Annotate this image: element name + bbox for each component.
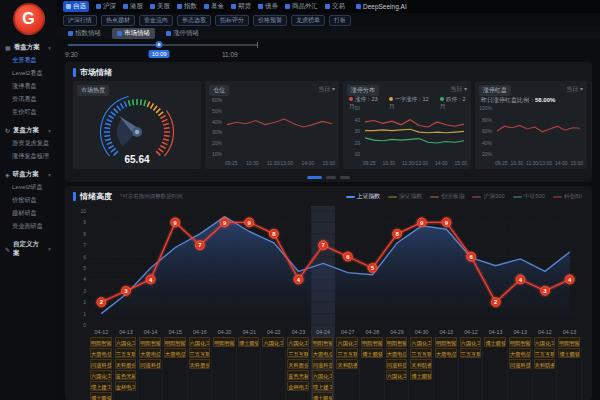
stock-cell[interactable]: 六国化工 <box>262 337 284 347</box>
sidebar-item-游资龙虎复盘[interactable]: 游资龙虎复盘 <box>0 137 57 150</box>
stock-cell[interactable]: 六国化工 <box>386 370 408 380</box>
time-slider[interactable] <box>68 44 258 46</box>
stock-cell[interactable]: 大唐电信 <box>435 348 457 358</box>
stock-cell[interactable]: 明阳智能 <box>509 337 531 347</box>
card-limit-distribution[interactable]: 涨停分布 当日 ▾ 涨停：23只一字涨停：12只跌停：2只 5040302010… <box>343 81 471 169</box>
sidebar-group-header[interactable]: ▦看盘方案▼ <box>0 41 57 54</box>
stock-cell[interactable]: 金杯电工 <box>287 381 309 391</box>
stock-cell[interactable]: 天科股份 <box>287 359 309 369</box>
stock-cell[interactable]: 问道科技 <box>312 359 334 369</box>
stock-cell[interactable]: 问道科技 <box>386 359 408 369</box>
legend-item-科创50[interactable]: 科创50 <box>553 192 582 201</box>
sidebar-item-涨停复盘梳理[interactable]: 涨停复盘梳理 <box>0 150 57 163</box>
stock-cell[interactable]: 明阳智能 <box>90 337 112 347</box>
card-red-rate[interactable]: 涨停红盘 当日 ▾ 昨日涨停红盘比例：58.00% 100%80%60%40%2… <box>475 81 587 169</box>
stock-cell[interactable]: 问道科技 <box>509 359 531 369</box>
toolbar-button[interactable]: 沪深行情 <box>63 15 97 26</box>
topbar-item[interactable]: 交易 <box>325 2 345 11</box>
card-market-heat[interactable]: 市场热度 65.64 <box>73 81 201 169</box>
stock-cell[interactable]: 明阳智能 <box>312 337 334 347</box>
legend-item-深证指数[interactable]: 深证指数 <box>388 192 422 201</box>
sidebar-group-header[interactable]: ↻复盘方案▼ <box>0 124 57 137</box>
stock-cell[interactable]: 大唐电信 <box>312 348 334 358</box>
stock-cell[interactable]: 明阳智能 <box>213 337 235 347</box>
stock-cell[interactable]: 三五互联 <box>336 348 358 358</box>
toolbar-button[interactable]: 龙虎榜单 <box>291 15 325 26</box>
stock-cell[interactable]: 明阳智能 <box>558 337 580 347</box>
stock-cell[interactable]: 博士眼镜 <box>90 392 112 400</box>
stock-cell[interactable]: 明阳智能 <box>164 337 186 347</box>
card-partial[interactable]: 情绪 120906030 <box>591 81 592 169</box>
stock-cell[interactable]: 理上建工 <box>90 381 112 391</box>
legend-item-创业板指[interactable]: 创业板指 <box>430 192 464 201</box>
stock-cell[interactable]: 六国化工 <box>90 370 112 380</box>
sidebar-item-Level2研盘[interactable]: Level2研盘 <box>0 181 57 194</box>
carousel-dots[interactable] <box>65 176 592 179</box>
stock-cell[interactable]: 六国化工 <box>534 337 556 347</box>
topbar-item[interactable]: 债券 <box>258 2 278 11</box>
stock-cell[interactable]: 明阳智能 <box>386 337 408 347</box>
stock-cell[interactable]: 博士眼镜 <box>238 337 260 347</box>
stock-cell[interactable]: 天和防务 <box>410 359 432 369</box>
legend-item-中证500[interactable]: 中证500 <box>513 192 545 201</box>
toolbar-button[interactable]: 形态选股 <box>177 15 211 26</box>
topbar-item[interactable]: 自选 <box>63 1 89 12</box>
card-position[interactable]: 仓位 当日 ▾ 60%50%40%30%20%10% 09:2510:3011:… <box>205 81 339 169</box>
stock-cell[interactable]: 大唐电信 <box>164 348 186 358</box>
stock-cell[interactable]: 三五互联 <box>189 348 211 358</box>
topbar-item[interactable]: 沪深 <box>96 2 116 11</box>
toolbar-button[interactable]: 热点题材 <box>101 15 135 26</box>
topbar-item[interactable]: 指数 <box>177 2 197 11</box>
stock-cell[interactable]: 博士眼镜 <box>484 337 506 347</box>
sidebar-item-Level2看盘[interactable]: Level2看盘 <box>0 67 57 80</box>
topbar-item[interactable]: 期货 <box>231 2 251 11</box>
topbar-item[interactable]: 美股 <box>150 2 170 11</box>
stock-cell[interactable]: 问道科技 <box>90 359 112 369</box>
carousel-dot[interactable] <box>340 176 350 179</box>
toolbar-button[interactable]: 打板 <box>329 15 351 26</box>
tab-市场情绪[interactable]: 市场情绪 <box>112 28 155 39</box>
sidebar-item-涨停看盘[interactable]: 涨停看盘 <box>0 80 57 93</box>
stock-cell[interactable]: 三五互联 <box>460 348 482 358</box>
stock-cell[interactable]: 六国化工 <box>287 337 309 347</box>
brand-item[interactable]: DeepSeeing.AI <box>356 3 407 10</box>
legend-item-上证指数[interactable]: 上证指数 <box>346 192 380 201</box>
sidebar-item-全景看盘[interactable]: 全景看盘 <box>0 54 57 67</box>
carousel-dot[interactable] <box>326 176 336 179</box>
stock-cell[interactable]: 问道科技 <box>139 359 161 369</box>
stock-cell[interactable]: 大唐电信 <box>90 348 112 358</box>
tab-指数情绪[interactable]: 指数情绪 <box>63 28 106 39</box>
stock-cell[interactable]: 三五互联 <box>410 348 432 358</box>
topbar-item[interactable]: 商品外汇 <box>285 2 318 11</box>
period-dropdown[interactable]: 当日 ▾ <box>318 85 335 94</box>
stock-cell[interactable]: 明阳智能 <box>435 337 457 347</box>
stock-cell[interactable]: 大唐电信 <box>509 348 531 358</box>
stock-cell[interactable]: 博士眼镜 <box>410 370 432 380</box>
toolbar-button[interactable]: 指标评分 <box>215 15 249 26</box>
tab-涨停情绪[interactable]: 涨停情绪 <box>161 28 204 39</box>
sidebar-item-资金面研盘[interactable]: 资金面研盘 <box>0 220 57 233</box>
stock-cell[interactable]: 三五互联 <box>534 348 556 358</box>
period-dropdown[interactable]: 当日 ▾ <box>450 85 467 94</box>
stock-cell[interactable]: 天科股份 <box>189 359 211 369</box>
slider-handle[interactable] <box>156 41 163 48</box>
stock-cell[interactable]: 三五互联 <box>287 348 309 358</box>
stock-cell[interactable]: 六国化工 <box>115 337 137 347</box>
stock-cell[interactable]: 理上建工 <box>312 381 334 391</box>
stock-cell[interactable]: 三五互联 <box>115 348 137 358</box>
stock-cell[interactable]: 天和防务 <box>336 359 358 369</box>
sidebar-item-价投研盘[interactable]: 价投研盘 <box>0 194 57 207</box>
topbar-item[interactable]: 基金 <box>204 2 224 11</box>
stock-cell[interactable]: 大唐电信 <box>386 348 408 358</box>
legend-item-沪深300[interactable]: 沪深300 <box>472 192 504 201</box>
stock-cell[interactable]: 蓝色光标 <box>115 370 137 380</box>
stock-cell[interactable]: 明阳智能 <box>361 337 383 347</box>
stock-cell[interactable]: 六国化工 <box>460 337 482 347</box>
sidebar-item-题材研盘[interactable]: 题材研盘 <box>0 207 57 220</box>
carousel-dot-active[interactable] <box>307 176 322 179</box>
stock-cell[interactable]: 六国化工 <box>312 370 334 380</box>
sidebar-group-header[interactable]: ✎自定义方案▼ <box>0 238 57 260</box>
emotion-line-chart[interactable]: 01234567891023497998476589962434 <box>73 205 584 329</box>
period-dropdown[interactable]: 当日 ▾ <box>566 85 583 94</box>
stock-cell[interactable]: 金杯电工 <box>115 381 137 391</box>
